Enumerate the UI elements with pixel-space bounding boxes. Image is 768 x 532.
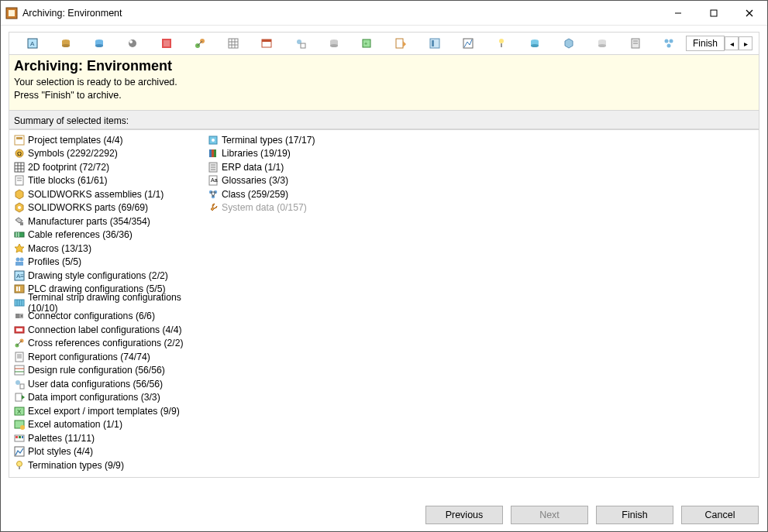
item-report-cfg[interactable]: Report configurations (74/74) bbox=[9, 350, 203, 364]
previous-button[interactable]: Previous bbox=[425, 506, 503, 524]
svg-text:X: X bbox=[17, 408, 22, 415]
item-design-rule-cfg[interactable]: Design rule configuration (56/56) bbox=[9, 363, 203, 377]
toolbar-step-9[interactable] bbox=[284, 35, 317, 52]
svg-point-50 bbox=[665, 39, 669, 43]
page-title: Archiving: Environment bbox=[14, 58, 754, 74]
cancel-button[interactable]: Cancel bbox=[681, 506, 759, 524]
next-button: Next bbox=[511, 506, 588, 524]
toolbar-step-13[interactable] bbox=[418, 35, 451, 52]
item-solidworks-parts[interactable]: SOLIDWORKS parts (69/69) bbox=[9, 201, 203, 215]
close-button[interactable] bbox=[732, 1, 767, 26]
toolbar-step-1[interactable]: A bbox=[15, 35, 49, 52]
svg-rect-82 bbox=[15, 314, 19, 318]
item-termination-types[interactable]: Termination types (9/9) bbox=[9, 458, 203, 472]
item-manufacturer-parts[interactable]: Manufacturer parts (354/354) bbox=[9, 215, 203, 228]
toolbar-step-7[interactable] bbox=[217, 35, 250, 52]
item-plot-styles[interactable]: Plot styles (4/4) bbox=[9, 444, 203, 458]
star-icon bbox=[14, 243, 25, 254]
toolbar-step-18[interactable] bbox=[585, 35, 618, 52]
item-2d-footprint[interactable]: 2D footprint (72/72) bbox=[9, 160, 203, 174]
wrench-icon bbox=[208, 202, 219, 213]
finish-button[interactable]: Finish bbox=[596, 506, 673, 524]
toolbar-step-15[interactable] bbox=[485, 35, 518, 52]
item-label: Class (259/259) bbox=[222, 189, 288, 200]
sw-part-icon bbox=[14, 202, 25, 213]
toolbar-prev-arrow[interactable]: ◂ bbox=[725, 36, 739, 50]
svg-line-89 bbox=[17, 341, 22, 345]
item-label: Termination types (9/9) bbox=[28, 460, 124, 471]
svg-rect-3 bbox=[711, 10, 717, 16]
toolbar-step-4[interactable] bbox=[116, 35, 150, 52]
maximize-button[interactable] bbox=[696, 1, 732, 26]
item-palettes[interactable]: Palettes (11/11) bbox=[9, 431, 203, 445]
item-label: Glossaries (3/3) bbox=[222, 175, 288, 186]
svg-point-43 bbox=[531, 44, 539, 47]
toolbar-next-arrow[interactable]: ▸ bbox=[739, 36, 753, 50]
item-symbols[interactable]: ΩSymbols (2292/2292) bbox=[9, 146, 203, 160]
item-user-data-cfg[interactable]: User data configurations (56/56) bbox=[9, 377, 203, 391]
item-profiles[interactable]: Profiles (5/5) bbox=[9, 255, 203, 269]
item-connection-label-cfg[interactable]: Connection label configurations (4/4) bbox=[9, 323, 203, 337]
item-glossaries[interactable]: AaGlossaries (3/3) bbox=[203, 173, 397, 187]
item-cross-ref-cfg[interactable]: Cross references configurations (2/2) bbox=[9, 336, 203, 350]
toolbar-step-6[interactable] bbox=[183, 35, 216, 52]
toolbar-step-12[interactable] bbox=[384, 35, 418, 52]
term-icon bbox=[208, 135, 219, 146]
toolbar-step-14[interactable] bbox=[451, 35, 484, 52]
item-project-templates[interactable]: Project templates (4/4) bbox=[9, 133, 203, 147]
finish-tab[interactable]: Finish bbox=[686, 36, 725, 51]
item-label: Report configurations (74/74) bbox=[28, 352, 150, 362]
svg-text:Aa: Aa bbox=[211, 177, 218, 183]
item-macros[interactable]: Macros (13/13) bbox=[9, 242, 203, 256]
item-label: Plot styles (4/4) bbox=[28, 446, 93, 457]
svg-rect-76 bbox=[16, 287, 18, 291]
item-libraries[interactable]: Libraries (19/19) bbox=[203, 146, 397, 160]
item-excel-export-import[interactable]: XExcel export / import templates (9/9) bbox=[9, 404, 203, 418]
toolbar-nav-arrows: ◂ ▸ bbox=[725, 36, 753, 50]
summary-panel: Project templates (4/4)ΩSymbols (2292/22… bbox=[9, 129, 759, 478]
item-drawing-style-cfg[interactable]: A≡Drawing style configurations (2/2) bbox=[9, 269, 203, 283]
item-label: Project templates (4/4) bbox=[28, 135, 123, 146]
item-excel-automation[interactable]: Excel automation (1/1) bbox=[9, 417, 203, 431]
svg-rect-66 bbox=[20, 222, 23, 225]
item-class[interactable]: Class (259/259) bbox=[203, 187, 397, 201]
style-icon: A≡ bbox=[14, 270, 25, 281]
doc-icon bbox=[14, 175, 25, 186]
item-cable-references[interactable]: Cable references (36/36) bbox=[9, 228, 203, 242]
item-erp-data[interactable]: ERP data (1/1) bbox=[203, 160, 397, 174]
template-icon bbox=[14, 135, 25, 146]
item-terminal-strip-cfg[interactable]: Terminal strip drawing configurations (1… bbox=[9, 296, 203, 310]
erp-icon bbox=[208, 162, 219, 173]
toolbar-step-11[interactable]: + bbox=[351, 35, 384, 52]
item-solidworks-assemblies[interactable]: SOLIDWORKS assemblies (1/1) bbox=[9, 187, 203, 201]
item-label: System data (0/157) bbox=[222, 202, 307, 213]
item-data-import-cfg[interactable]: Data import configurations (3/3) bbox=[9, 390, 203, 404]
svg-rect-54 bbox=[16, 137, 22, 139]
toolbar-step-3[interactable] bbox=[83, 35, 116, 52]
item-label: Excel automation (1/1) bbox=[28, 419, 122, 430]
conn-label-icon bbox=[14, 324, 25, 335]
toolbar-step-20[interactable] bbox=[653, 35, 686, 52]
svg-point-39 bbox=[499, 39, 504, 43]
item-connector-cfg[interactable]: Connector configurations (6/6) bbox=[9, 309, 203, 323]
svg-point-109 bbox=[17, 461, 22, 466]
excel-auto-icon bbox=[14, 419, 25, 430]
toolbar-step-19[interactable] bbox=[619, 35, 653, 52]
plc-icon bbox=[14, 283, 25, 294]
terminal-strip-icon bbox=[14, 297, 25, 308]
toolbar-step-10[interactable] bbox=[317, 35, 350, 52]
toolbar-step-8[interactable] bbox=[250, 35, 284, 52]
title-bar: Archiving: Environment bbox=[1, 1, 767, 26]
excel-icon: X bbox=[14, 406, 25, 417]
toolbar-step-16[interactable] bbox=[518, 35, 552, 52]
svg-point-97 bbox=[15, 380, 20, 385]
toolbar-step-5[interactable] bbox=[150, 35, 183, 52]
minimize-button[interactable] bbox=[660, 1, 696, 26]
item-system-data[interactable]: System data (0/157) bbox=[203, 201, 397, 215]
cable-icon bbox=[14, 229, 25, 240]
class-icon bbox=[208, 189, 219, 200]
item-title-blocks[interactable]: Title blocks (61/61) bbox=[9, 173, 203, 187]
toolbar-step-2[interactable] bbox=[49, 35, 82, 52]
toolbar-step-17[interactable] bbox=[552, 35, 585, 52]
item-terminal-types[interactable]: Terminal types (17/17) bbox=[203, 133, 397, 147]
